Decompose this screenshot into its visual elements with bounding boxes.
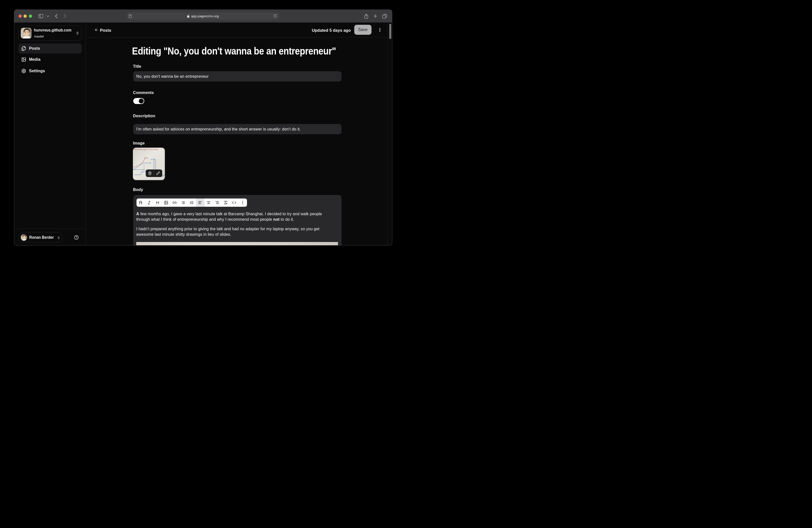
- svg-text:TWOHO: TWOHO: [150, 159, 155, 160]
- svg-text:PAYOUT: PAYOUT: [135, 174, 141, 175]
- svg-text:NOT CEO: NOT CEO: [145, 162, 151, 164]
- svg-text:CEO: CEO: [145, 157, 148, 159]
- svg-text:A TAD MORE ABOUT OUTCOMES: A TAD MORE ABOUT OUTCOMES: [133, 148, 158, 150]
